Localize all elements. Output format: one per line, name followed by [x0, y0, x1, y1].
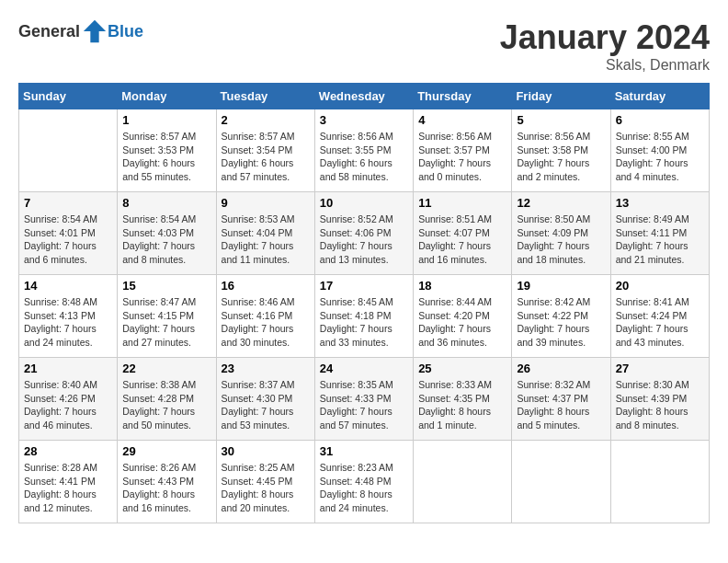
day-number: 12 [517, 196, 605, 210]
cell-info: Sunrise: 8:41 AM Sunset: 4:24 PM Dayligh… [616, 295, 704, 350]
calendar-cell: 5Sunrise: 8:56 AM Sunset: 3:58 PM Daylig… [512, 109, 610, 192]
calendar-week-row-2: 7Sunrise: 8:54 AM Sunset: 4:01 PM Daylig… [19, 192, 710, 275]
calendar-cell: 2Sunrise: 8:57 AM Sunset: 3:54 PM Daylig… [216, 109, 314, 192]
day-number: 2 [222, 113, 310, 127]
calendar-cell: 31Sunrise: 8:23 AM Sunset: 4:48 PM Dayli… [314, 441, 413, 523]
calendar-cell: 28Sunrise: 8:28 AM Sunset: 4:41 PM Dayli… [19, 441, 118, 523]
calendar-cell: 3Sunrise: 8:56 AM Sunset: 3:55 PM Daylig… [314, 109, 413, 192]
calendar-cell: 14Sunrise: 8:48 AM Sunset: 4:13 PM Dayli… [19, 275, 118, 358]
day-number: 22 [122, 362, 210, 375]
day-number: 10 [320, 196, 408, 210]
cell-info: Sunrise: 8:23 AM Sunset: 4:48 PM Dayligh… [320, 461, 408, 515]
calendar-cell: 21Sunrise: 8:40 AM Sunset: 4:26 PM Dayli… [19, 358, 118, 441]
cell-info: Sunrise: 8:56 AM Sunset: 3:55 PM Dayligh… [320, 130, 408, 184]
logo-icon [82, 18, 108, 44]
cell-info: Sunrise: 8:26 AM Sunset: 4:43 PM Dayligh… [122, 461, 210, 515]
header-sunday: Sunday [19, 84, 118, 109]
cell-info: Sunrise: 8:28 AM Sunset: 4:41 PM Dayligh… [24, 461, 112, 515]
calendar-cell: 8Sunrise: 8:54 AM Sunset: 4:03 PM Daylig… [118, 192, 216, 275]
calendar-cell: 12Sunrise: 8:50 AM Sunset: 4:09 PM Dayli… [512, 192, 610, 275]
cell-info: Sunrise: 8:54 AM Sunset: 4:03 PM Dayligh… [122, 213, 210, 267]
calendar-cell: 25Sunrise: 8:33 AM Sunset: 4:35 PM Dayli… [414, 358, 512, 441]
header-thursday: Thursday [414, 84, 512, 109]
cell-info: Sunrise: 8:33 AM Sunset: 4:35 PM Dayligh… [418, 378, 506, 432]
calendar-cell: 9Sunrise: 8:53 AM Sunset: 4:04 PM Daylig… [216, 192, 314, 275]
day-number: 16 [222, 279, 310, 293]
calendar-cell: 13Sunrise: 8:49 AM Sunset: 4:11 PM Dayli… [610, 192, 709, 275]
calendar-cell: 26Sunrise: 8:32 AM Sunset: 4:37 PM Dayli… [512, 358, 610, 441]
calendar-cell: 27Sunrise: 8:30 AM Sunset: 4:39 PM Dayli… [610, 358, 709, 441]
calendar-cell: 19Sunrise: 8:42 AM Sunset: 4:22 PM Dayli… [512, 275, 610, 358]
calendar-cell: 15Sunrise: 8:47 AM Sunset: 4:15 PM Dayli… [118, 275, 216, 358]
logo-text-blue: Blue [108, 22, 143, 41]
calendar-week-row-1: 1Sunrise: 8:57 AM Sunset: 3:53 PM Daylig… [19, 109, 710, 192]
day-number: 31 [320, 444, 408, 458]
cell-info: Sunrise: 8:35 AM Sunset: 4:33 PM Dayligh… [320, 378, 408, 432]
calendar-cell [19, 109, 118, 192]
header-wednesday: Wednesday [314, 84, 413, 109]
day-number: 23 [222, 362, 310, 375]
logo: General Blue [18, 18, 143, 44]
location-title: Skals, Denmark [500, 57, 710, 74]
calendar-cell: 30Sunrise: 8:25 AM Sunset: 4:45 PM Dayli… [216, 441, 314, 523]
day-number: 28 [24, 444, 112, 458]
cell-info: Sunrise: 8:52 AM Sunset: 4:06 PM Dayligh… [320, 213, 408, 267]
cell-info: Sunrise: 8:53 AM Sunset: 4:04 PM Dayligh… [222, 213, 310, 267]
cell-info: Sunrise: 8:42 AM Sunset: 4:22 PM Dayligh… [517, 295, 605, 350]
header-monday: Monday [118, 84, 216, 109]
day-number: 17 [320, 279, 408, 293]
calendar-cell: 23Sunrise: 8:37 AM Sunset: 4:30 PM Dayli… [216, 358, 314, 441]
day-number: 11 [418, 196, 506, 210]
calendar-cell: 29Sunrise: 8:26 AM Sunset: 4:43 PM Dayli… [118, 441, 216, 523]
calendar-week-row-5: 28Sunrise: 8:28 AM Sunset: 4:41 PM Dayli… [19, 441, 710, 523]
page-header: General Blue January 2024 Skals, Denmark [18, 18, 710, 74]
cell-info: Sunrise: 8:40 AM Sunset: 4:26 PM Dayligh… [24, 378, 112, 432]
calendar-cell: 17Sunrise: 8:45 AM Sunset: 4:18 PM Dayli… [314, 275, 413, 358]
day-number: 8 [122, 196, 210, 210]
calendar-cell: 7Sunrise: 8:54 AM Sunset: 4:01 PM Daylig… [19, 192, 118, 275]
calendar-cell: 16Sunrise: 8:46 AM Sunset: 4:16 PM Dayli… [216, 275, 314, 358]
cell-info: Sunrise: 8:45 AM Sunset: 4:18 PM Dayligh… [320, 295, 408, 350]
day-number: 30 [222, 444, 310, 458]
calendar-cell [512, 441, 610, 523]
calendar-cell: 4Sunrise: 8:56 AM Sunset: 3:57 PM Daylig… [414, 109, 512, 192]
day-number: 7 [24, 196, 112, 210]
day-number: 3 [320, 113, 408, 127]
cell-info: Sunrise: 8:50 AM Sunset: 4:09 PM Dayligh… [517, 213, 605, 267]
calendar-cell: 18Sunrise: 8:44 AM Sunset: 4:20 PM Dayli… [414, 275, 512, 358]
page-container: General Blue January 2024 Skals, Denmark… [18, 18, 710, 523]
cell-info: Sunrise: 8:56 AM Sunset: 3:57 PM Dayligh… [418, 130, 506, 184]
calendar-cell [414, 441, 512, 523]
day-number: 20 [616, 279, 704, 293]
day-number: 21 [24, 362, 112, 375]
calendar-cell: 20Sunrise: 8:41 AM Sunset: 4:24 PM Dayli… [610, 275, 709, 358]
day-number: 14 [24, 279, 112, 293]
header-tuesday: Tuesday [216, 84, 314, 109]
calendar-table: Sunday Monday Tuesday Wednesday Thursday… [18, 83, 710, 523]
cell-info: Sunrise: 8:55 AM Sunset: 4:00 PM Dayligh… [616, 130, 704, 184]
svg-marker-0 [84, 20, 106, 42]
cell-info: Sunrise: 8:57 AM Sunset: 3:53 PM Dayligh… [122, 130, 210, 184]
day-number: 1 [122, 113, 210, 127]
day-number: 25 [418, 362, 506, 375]
calendar-week-row-4: 21Sunrise: 8:40 AM Sunset: 4:26 PM Dayli… [19, 358, 710, 441]
calendar-cell: 10Sunrise: 8:52 AM Sunset: 4:06 PM Dayli… [314, 192, 413, 275]
title-block: January 2024 Skals, Denmark [500, 18, 710, 74]
cell-info: Sunrise: 8:57 AM Sunset: 3:54 PM Dayligh… [222, 130, 310, 184]
cell-info: Sunrise: 8:47 AM Sunset: 4:15 PM Dayligh… [122, 295, 210, 350]
cell-info: Sunrise: 8:44 AM Sunset: 4:20 PM Dayligh… [418, 295, 506, 350]
header-friday: Friday [512, 84, 610, 109]
cell-info: Sunrise: 8:38 AM Sunset: 4:28 PM Dayligh… [122, 378, 210, 432]
calendar-cell: 11Sunrise: 8:51 AM Sunset: 4:07 PM Dayli… [414, 192, 512, 275]
day-number: 6 [616, 113, 704, 127]
day-number: 15 [122, 279, 210, 293]
day-number: 29 [122, 444, 210, 458]
logo-text-general: General [18, 22, 80, 41]
day-number: 5 [517, 113, 605, 127]
cell-info: Sunrise: 8:48 AM Sunset: 4:13 PM Dayligh… [24, 295, 112, 350]
cell-info: Sunrise: 8:37 AM Sunset: 4:30 PM Dayligh… [222, 378, 310, 432]
cell-info: Sunrise: 8:46 AM Sunset: 4:16 PM Dayligh… [222, 295, 310, 350]
cell-info: Sunrise: 8:56 AM Sunset: 3:58 PM Dayligh… [517, 130, 605, 184]
cell-info: Sunrise: 8:30 AM Sunset: 4:39 PM Dayligh… [616, 378, 704, 432]
cell-info: Sunrise: 8:51 AM Sunset: 4:07 PM Dayligh… [418, 213, 506, 267]
